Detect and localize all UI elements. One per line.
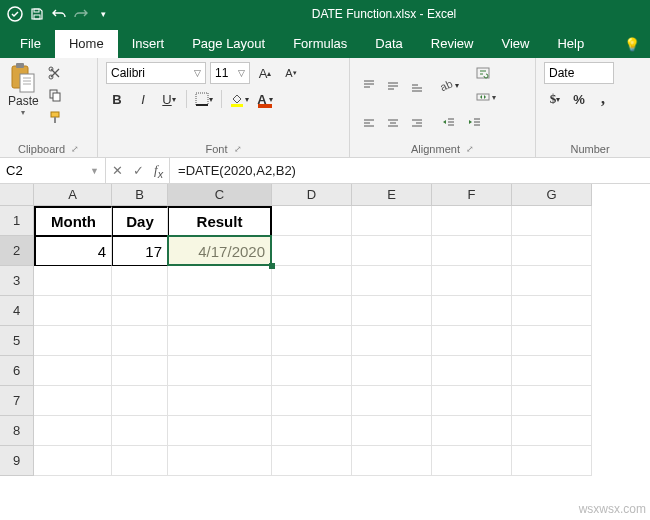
cell-F3[interactable] xyxy=(432,266,512,296)
cell-B7[interactable] xyxy=(112,386,168,416)
cell-C8[interactable] xyxy=(168,416,272,446)
tab-insert[interactable]: Insert xyxy=(118,30,179,58)
row-header-6[interactable]: 6 xyxy=(0,356,34,386)
cell-D3[interactable] xyxy=(272,266,352,296)
cell-B2[interactable]: 17 xyxy=(112,236,168,266)
cell-A9[interactable] xyxy=(34,446,112,476)
row-header-8[interactable]: 8 xyxy=(0,416,34,446)
font-name-combo[interactable]: Calibri▽ xyxy=(106,62,206,84)
cell-A3[interactable] xyxy=(34,266,112,296)
cell-A1[interactable]: Month xyxy=(34,206,112,236)
cell-A7[interactable] xyxy=(34,386,112,416)
cell-D9[interactable] xyxy=(272,446,352,476)
col-header-E[interactable]: E xyxy=(352,184,432,206)
cell-G1[interactable] xyxy=(512,206,592,236)
cell-E6[interactable] xyxy=(352,356,432,386)
cell-G6[interactable] xyxy=(512,356,592,386)
name-box[interactable]: C2▼ xyxy=(0,158,106,183)
cell-D7[interactable] xyxy=(272,386,352,416)
cell-G7[interactable] xyxy=(512,386,592,416)
select-all-corner[interactable] xyxy=(0,184,34,206)
italic-button[interactable]: I xyxy=(132,88,154,110)
comma-format-icon[interactable]: , xyxy=(592,88,614,110)
cell-A5[interactable] xyxy=(34,326,112,356)
cell-B3[interactable] xyxy=(112,266,168,296)
cell-C5[interactable] xyxy=(168,326,272,356)
cut-icon[interactable] xyxy=(45,64,65,82)
increase-indent-icon[interactable] xyxy=(464,112,486,134)
qat-customize-icon[interactable]: ▾ xyxy=(94,5,112,23)
tab-data[interactable]: Data xyxy=(361,30,416,58)
undo-icon[interactable] xyxy=(50,5,68,23)
decrease-font-icon[interactable]: A▾ xyxy=(280,62,302,84)
tell-me-icon[interactable]: 💡 xyxy=(614,31,650,58)
worksheet[interactable]: ABCDEFG 123456789 MonthDayResult4174/17/… xyxy=(0,184,650,520)
cell-G3[interactable] xyxy=(512,266,592,296)
tab-help[interactable]: Help xyxy=(543,30,598,58)
cancel-formula-icon[interactable]: ✕ xyxy=(112,163,123,178)
decrease-indent-icon[interactable] xyxy=(438,112,460,134)
borders-icon[interactable]: ▾ xyxy=(193,88,215,110)
cell-C1[interactable]: Result xyxy=(168,206,272,236)
cell-A6[interactable] xyxy=(34,356,112,386)
cell-F8[interactable] xyxy=(432,416,512,446)
col-header-F[interactable]: F xyxy=(432,184,512,206)
cell-F5[interactable] xyxy=(432,326,512,356)
copy-icon[interactable] xyxy=(45,86,65,104)
wrap-text-button[interactable] xyxy=(472,62,500,84)
cell-E2[interactable] xyxy=(352,236,432,266)
cell-B6[interactable] xyxy=(112,356,168,386)
cell-B4[interactable] xyxy=(112,296,168,326)
cell-C9[interactable] xyxy=(168,446,272,476)
autosave-icon[interactable] xyxy=(6,5,24,23)
tab-formulas[interactable]: Formulas xyxy=(279,30,361,58)
tab-page-layout[interactable]: Page Layout xyxy=(178,30,279,58)
cell-A4[interactable] xyxy=(34,296,112,326)
font-launcher-icon[interactable]: ⤢ xyxy=(234,144,242,154)
number-format-combo[interactable]: Date xyxy=(544,62,614,84)
bold-button[interactable]: B xyxy=(106,88,128,110)
cell-E5[interactable] xyxy=(352,326,432,356)
clipboard-launcher-icon[interactable]: ⤢ xyxy=(71,144,79,154)
cell-E4[interactable] xyxy=(352,296,432,326)
cell-F2[interactable] xyxy=(432,236,512,266)
accounting-format-icon[interactable]: $▾ xyxy=(544,88,566,110)
redo-icon[interactable] xyxy=(72,5,90,23)
tab-review[interactable]: Review xyxy=(417,30,488,58)
cell-B8[interactable] xyxy=(112,416,168,446)
cell-C6[interactable] xyxy=(168,356,272,386)
tab-home[interactable]: Home xyxy=(55,30,118,58)
row-header-1[interactable]: 1 xyxy=(0,206,34,236)
tab-file[interactable]: File xyxy=(6,30,55,58)
underline-button[interactable]: U ▾ xyxy=(158,88,180,110)
cell-E1[interactable] xyxy=(352,206,432,236)
col-header-A[interactable]: A xyxy=(34,184,112,206)
cell-B5[interactable] xyxy=(112,326,168,356)
cell-G5[interactable] xyxy=(512,326,592,356)
align-bottom-icon[interactable] xyxy=(406,74,428,96)
cell-G8[interactable] xyxy=(512,416,592,446)
formula-input[interactable]: =DATE(2020,A2,B2) xyxy=(170,158,650,183)
cell-D6[interactable] xyxy=(272,356,352,386)
cell-E9[interactable] xyxy=(352,446,432,476)
font-size-combo[interactable]: 11▽ xyxy=(210,62,250,84)
align-left-icon[interactable] xyxy=(358,112,380,134)
col-header-C[interactable]: C xyxy=(168,184,272,206)
cell-D1[interactable] xyxy=(272,206,352,236)
align-middle-icon[interactable] xyxy=(382,74,404,96)
row-header-3[interactable]: 3 xyxy=(0,266,34,296)
cell-A8[interactable] xyxy=(34,416,112,446)
cell-F1[interactable] xyxy=(432,206,512,236)
increase-font-icon[interactable]: A▴ xyxy=(254,62,276,84)
cell-G9[interactable] xyxy=(512,446,592,476)
fx-icon[interactable]: fx xyxy=(154,162,163,180)
row-header-2[interactable]: 2 xyxy=(0,236,34,266)
cell-F7[interactable] xyxy=(432,386,512,416)
cell-G2[interactable] xyxy=(512,236,592,266)
row-header-9[interactable]: 9 xyxy=(0,446,34,476)
cell-B9[interactable] xyxy=(112,446,168,476)
col-header-D[interactable]: D xyxy=(272,184,352,206)
cell-G4[interactable] xyxy=(512,296,592,326)
cell-F6[interactable] xyxy=(432,356,512,386)
percent-format-icon[interactable]: % xyxy=(568,88,590,110)
